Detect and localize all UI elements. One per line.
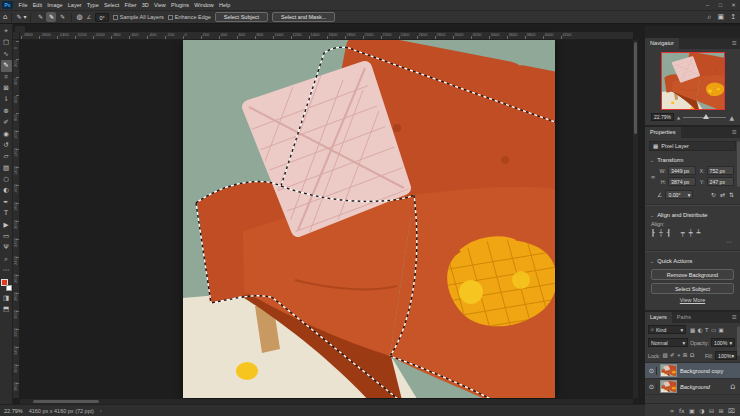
navigator-zoom-slider[interactable] — [683, 117, 726, 118]
layer-row-background-copy[interactable]: ⊙ Background copy — [645, 363, 740, 379]
fill-dropdown[interactable]: 100% ▾ — [715, 351, 737, 360]
tab-layers[interactable]: Layers — [645, 312, 672, 323]
menu-item[interactable]: Plugins — [168, 2, 191, 8]
filter-smart-object-icon[interactable]: ▣ — [719, 327, 724, 333]
sample-all-layers-checkbox[interactable] — [113, 15, 118, 20]
tab-properties[interactable]: Properties — [645, 127, 681, 138]
lasso-tool[interactable]: ∿ — [1, 49, 12, 60]
layer-mask-icon[interactable]: ▣ — [689, 407, 695, 414]
navigator-thumbnail[interactable] — [662, 53, 724, 109]
screen-mode-button[interactable]: ⬒ — [1, 304, 12, 315]
menu-item[interactable]: Layer — [65, 2, 84, 8]
menu-item[interactable]: File — [16, 2, 30, 8]
quick-actions-section-header[interactable]: ⌄ Quick Actions — [645, 255, 740, 266]
edit-toolbar-button[interactable]: ⋯ — [1, 265, 12, 276]
lock-all-icon[interactable]: Ω — [690, 352, 694, 359]
document-tab[interactable] — [14, 25, 26, 32]
layer-thumbnail[interactable] — [660, 364, 677, 377]
rotation-angle-input[interactable]: 0.00° ▾ — [665, 190, 693, 199]
lock-artboard-icon[interactable]: ⊞ — [683, 352, 688, 359]
quick-mask-button[interactable]: ◨ — [1, 293, 12, 304]
healing-brush-tool[interactable]: ⊕ — [1, 106, 12, 117]
opacity-dropdown[interactable]: 100% ▾ — [711, 338, 735, 347]
hand-tool[interactable]: Ψ — [1, 242, 12, 253]
scrollbar-thumb[interactable] — [33, 400, 99, 403]
layer-thumbnail[interactable] — [660, 380, 677, 393]
panel-menu-icon[interactable]: ≡ — [732, 312, 740, 323]
layer-name[interactable]: Background — [680, 384, 710, 390]
menu-item[interactable]: 3D — [139, 2, 151, 8]
zoom-tool[interactable]: ⌕ — [1, 254, 12, 265]
gradient-tool[interactable]: ▧ — [1, 163, 12, 174]
lock-position-icon[interactable]: ⌖ — [677, 352, 680, 359]
history-brush-tool[interactable]: ↺ — [1, 140, 12, 151]
filter-pixel-icon[interactable]: ▦ — [690, 327, 695, 333]
subtract-from-selection-mode[interactable]: ✎ — [57, 12, 67, 22]
menu-item[interactable]: Edit — [30, 2, 45, 8]
width-input[interactable]: 3449 px — [668, 166, 696, 175]
align-right-icon[interactable]: ┨ — [667, 229, 671, 237]
link-dimensions-icon[interactable]: ∞ — [649, 173, 657, 180]
zoom-in-icon[interactable]: ▲ — [729, 114, 734, 121]
type-tool[interactable]: T — [1, 208, 12, 219]
navigator-zoom-input[interactable]: 22.79% — [651, 113, 674, 121]
close-button[interactable]: ✕ — [727, 2, 740, 8]
visibility-eye-icon[interactable]: ⊙ — [647, 367, 657, 375]
y-input[interactable]: 247 px — [707, 177, 735, 186]
dodge-tool[interactable]: ◐ — [1, 185, 12, 196]
marquee-tool[interactable]: ▢ — [1, 37, 12, 48]
more-options-icon[interactable]: ⋯ — [645, 237, 740, 247]
align-left-icon[interactable]: ┠ — [651, 229, 655, 237]
new-layer-icon[interactable]: ⊞ — [719, 407, 724, 414]
scrollbar-thumb[interactable] — [634, 42, 637, 134]
view-more-link[interactable]: View More — [645, 297, 740, 303]
blend-mode-dropdown[interactable]: Normal ▾ — [648, 338, 688, 347]
sample-all-layers-option[interactable]: Sample All Layers — [113, 14, 164, 20]
tab-paths[interactable]: Paths — [672, 312, 696, 323]
eyedropper-tool[interactable]: ⇂ — [1, 94, 12, 105]
layer-filter-dropdown[interactable]: ⌕ Kind ▾ — [648, 325, 686, 334]
visibility-eye-icon[interactable]: ⊙ — [647, 383, 657, 391]
frame-tool[interactable]: ⊠ — [1, 83, 12, 94]
eraser-tool[interactable]: ▱ — [1, 151, 12, 162]
menu-item[interactable]: Help — [216, 2, 233, 8]
home-icon[interactable]: ⌂ — [3, 12, 7, 22]
select-and-mask-button[interactable]: Select and Mask... — [272, 12, 335, 22]
layer-effects-icon[interactable]: fx — [679, 407, 685, 414]
x-input[interactable]: 752 px — [707, 166, 735, 175]
path-selection-tool[interactable]: ▶ — [1, 220, 12, 231]
filter-shape-icon[interactable]: ▭ — [711, 327, 716, 333]
search-icon[interactable]: ⌕ — [708, 13, 712, 21]
sofa-image[interactable] — [183, 40, 555, 398]
brush-size-icon[interactable]: ◍ — [76, 12, 82, 22]
canvas[interactable] — [183, 40, 555, 398]
panel-menu-icon[interactable]: ≡ — [732, 38, 740, 49]
lock-pixels-icon[interactable]: ✐ — [670, 352, 675, 359]
background-color-swatch[interactable] — [6, 285, 12, 291]
menu-item[interactable]: Filter — [122, 2, 139, 8]
align-center-h-icon[interactable]: ┼ — [659, 229, 663, 237]
move-tool[interactable]: ⌖ — [1, 26, 12, 37]
layer-row-background[interactable]: ⊙ Background Ω — [645, 379, 740, 395]
select-subject-quick-button[interactable]: Select Subject — [651, 283, 734, 294]
align-top-icon[interactable]: ┯ — [681, 229, 685, 237]
status-zoom[interactable]: 22.79% — [4, 408, 23, 414]
align-middle-icon[interactable]: ┿ — [689, 229, 693, 237]
new-selection-mode[interactable]: ✎ — [35, 12, 45, 22]
layer-name[interactable]: Background copy — [680, 368, 723, 374]
crop-tool[interactable]: ⌗ — [1, 72, 12, 83]
workspace-icon[interactable]: ▣ — [718, 13, 725, 21]
minimize-button[interactable]: – — [701, 2, 714, 8]
filter-type-icon[interactable]: T — [705, 327, 708, 333]
menu-item[interactable]: Image — [45, 2, 65, 8]
color-swatches[interactable] — [1, 279, 12, 291]
menu-item[interactable]: View — [151, 2, 168, 8]
align-bottom-icon[interactable]: ┷ — [697, 229, 701, 237]
brush-tool[interactable]: ✐ — [1, 117, 12, 128]
share-icon[interactable]: ↥ — [730, 13, 736, 21]
height-input[interactable]: 3874 px — [668, 177, 696, 186]
canvas-vertical-scrollbar[interactable] — [633, 40, 638, 398]
remove-background-button[interactable]: Remove Background — [651, 269, 734, 280]
zoom-out-icon[interactable]: ▲ — [677, 115, 680, 120]
pen-tool[interactable]: ✒ — [1, 197, 12, 208]
